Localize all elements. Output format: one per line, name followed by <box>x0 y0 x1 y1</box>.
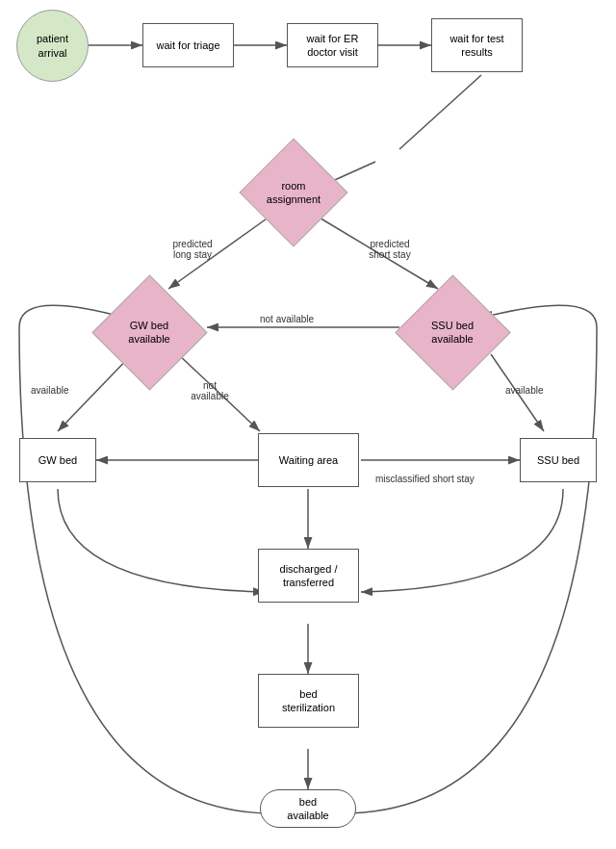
waiting-area-label: Waiting area <box>279 453 338 467</box>
gw-bed-available-node: GW bed available <box>96 289 202 375</box>
not-available-center-label: not available <box>260 314 314 324</box>
wait-test-node: wait for test results <box>431 18 523 72</box>
predicted-long-label: predicted long stay <box>159 239 226 260</box>
gw-bed-label: GW bed <box>38 453 77 467</box>
gw-bed-node: GW bed <box>19 438 96 482</box>
room-assignment-label: room assignment <box>267 179 321 207</box>
bed-available-node: bed available <box>260 789 356 828</box>
wait-triage-node: wait for triage <box>142 23 234 67</box>
wait-triage-label: wait for triage <box>156 39 219 52</box>
patient-arrival-label: patient arrival <box>37 32 68 60</box>
wait-test-label: wait for test results <box>449 32 503 60</box>
ssu-bed-node: SSU bed <box>520 438 597 482</box>
misclassified-label: misclassified short stay <box>375 474 475 484</box>
ssu-bed-available-node: SSU bed available <box>399 289 505 375</box>
ssu-bed-label: SSU bed <box>537 453 579 467</box>
available-left-label: available <box>31 385 68 396</box>
bed-available-label: bed available <box>287 795 328 823</box>
gw-bed-available-label: GW bed available <box>128 319 169 347</box>
ssu-bed-available-label: SSU bed available <box>431 319 474 347</box>
discharged-label: discharged / transferred <box>280 562 338 590</box>
waiting-area-node: Waiting area <box>258 433 359 487</box>
patient-arrival-node: patient arrival <box>16 10 89 82</box>
bed-sterilization-node: bed sterilization <box>258 674 359 728</box>
not-available-left-label: not available <box>186 380 234 401</box>
available-right-label: available <box>505 385 543 396</box>
discharged-node: discharged / transferred <box>258 549 359 603</box>
predicted-short-label: predicted short stay <box>356 239 424 260</box>
room-assignment-node: room assignment <box>241 154 346 231</box>
wait-er-node: wait for ER doctor visit <box>287 23 378 67</box>
wait-er-label: wait for ER doctor visit <box>307 32 359 60</box>
svg-line-5 <box>399 75 481 149</box>
bed-sterilization-label: bed sterilization <box>282 687 335 715</box>
